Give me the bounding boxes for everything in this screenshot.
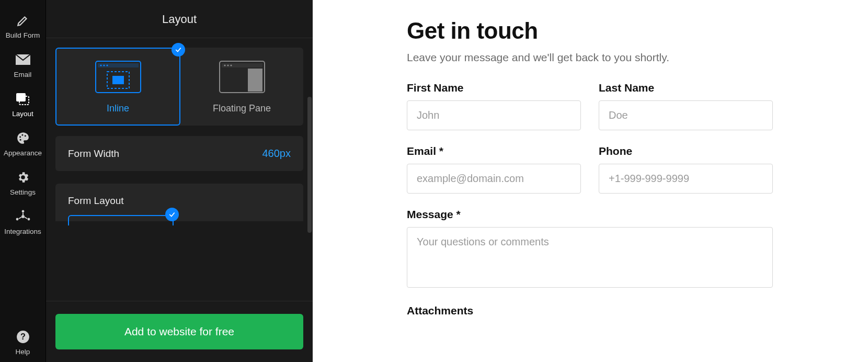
layout-option-floating[interactable]: Floating Pane <box>180 48 303 126</box>
form-width-value: 460px <box>262 148 291 160</box>
panel-footer: Add to website for free <box>46 301 313 362</box>
rail-label: Integrations <box>4 228 41 235</box>
form-layout-label: Form Layout <box>68 195 124 206</box>
svg-point-3 <box>19 136 21 138</box>
help-icon: ? <box>15 330 31 344</box>
email-input[interactable] <box>407 164 581 194</box>
form-preview: Get in touch Leave your message and we'l… <box>313 0 868 362</box>
form-subtitle: Leave your message and we'll get back to… <box>407 51 773 64</box>
layout-option-inline[interactable]: Inline <box>55 48 180 126</box>
rail-label: Email <box>14 71 32 78</box>
layout-mode-card: Inline Floating Pane <box>55 48 303 126</box>
mail-icon <box>15 53 31 66</box>
rail-item-settings[interactable]: Settings <box>0 163 45 202</box>
sidebar-rail: Build Form Email Layout Appearance Setti… <box>0 0 46 362</box>
svg-point-15 <box>100 64 101 66</box>
svg-text:?: ? <box>20 332 26 341</box>
form-width-row[interactable]: Form Width 460px <box>55 136 303 171</box>
rail-label: Appearance <box>4 149 42 157</box>
svg-point-8 <box>21 210 24 213</box>
rail-label: Help <box>16 348 30 356</box>
first-name-label: First Name <box>407 82 581 94</box>
svg-point-16 <box>103 64 105 66</box>
first-name-input[interactable] <box>407 100 581 130</box>
layout-icon <box>15 92 31 106</box>
rail-item-appearance[interactable]: Appearance <box>0 124 45 163</box>
inline-preview-icon <box>95 60 142 94</box>
attachments-label: Attachments <box>407 304 773 317</box>
field-message: Message * <box>407 208 773 290</box>
last-name-input[interactable] <box>599 100 773 130</box>
svg-point-22 <box>224 64 225 66</box>
rail-label: Build Form <box>6 31 40 39</box>
svg-point-4 <box>21 134 23 136</box>
scrollbar-thumb[interactable] <box>307 97 312 233</box>
svg-rect-19 <box>112 76 124 84</box>
floating-preview-icon <box>219 60 266 94</box>
email-label: Email * <box>407 145 581 157</box>
rail-item-integrations[interactable]: Integrations <box>0 202 45 242</box>
form-width-label: Form Width <box>68 148 119 160</box>
svg-point-6 <box>19 139 21 141</box>
message-label: Message * <box>407 208 773 221</box>
svg-point-23 <box>227 64 229 66</box>
rail-label: Layout <box>12 110 33 118</box>
svg-rect-25 <box>248 69 262 92</box>
last-name-label: Last Name <box>599 82 773 94</box>
rail-item-help[interactable]: ? Help <box>0 323 45 362</box>
rail-item-build-form[interactable]: Build Form <box>0 6 45 46</box>
form-layout-section: Form Layout <box>55 184 303 221</box>
svg-point-24 <box>230 64 232 66</box>
panel-title: Layout <box>46 0 313 38</box>
palette-icon <box>15 131 31 145</box>
layout-option-label: Inline <box>107 103 129 114</box>
rail-label: Settings <box>10 188 36 196</box>
panel-body: Inline Floating Pane Form Width 460px Fo… <box>46 38 313 301</box>
gear-icon <box>15 171 31 184</box>
svg-point-9 <box>16 218 18 221</box>
message-input[interactable] <box>407 227 773 288</box>
svg-point-17 <box>106 64 108 66</box>
field-email: Email * <box>407 145 581 194</box>
field-phone: Phone <box>599 145 773 194</box>
nodes-icon <box>15 210 31 223</box>
form-title: Get in touch <box>407 18 773 44</box>
svg-rect-2 <box>16 93 26 101</box>
svg-point-10 <box>27 218 30 221</box>
check-icon <box>165 208 179 221</box>
field-first-name: First Name <box>407 82 581 130</box>
add-to-website-button[interactable]: Add to website for free <box>55 314 303 349</box>
layout-panel: Layout Inline Floating Pane <box>46 0 313 362</box>
rail-item-layout[interactable]: Layout <box>0 85 45 124</box>
svg-point-5 <box>24 135 26 137</box>
pencil-icon <box>15 14 31 27</box>
svg-point-7 <box>21 215 25 218</box>
layout-option-label: Floating Pane <box>213 103 271 114</box>
rail-item-email[interactable]: Email <box>0 46 45 85</box>
field-last-name: Last Name <box>599 82 773 130</box>
phone-label: Phone <box>599 145 773 157</box>
form-layout-option-selected[interactable] <box>68 215 174 225</box>
phone-input[interactable] <box>599 164 773 194</box>
